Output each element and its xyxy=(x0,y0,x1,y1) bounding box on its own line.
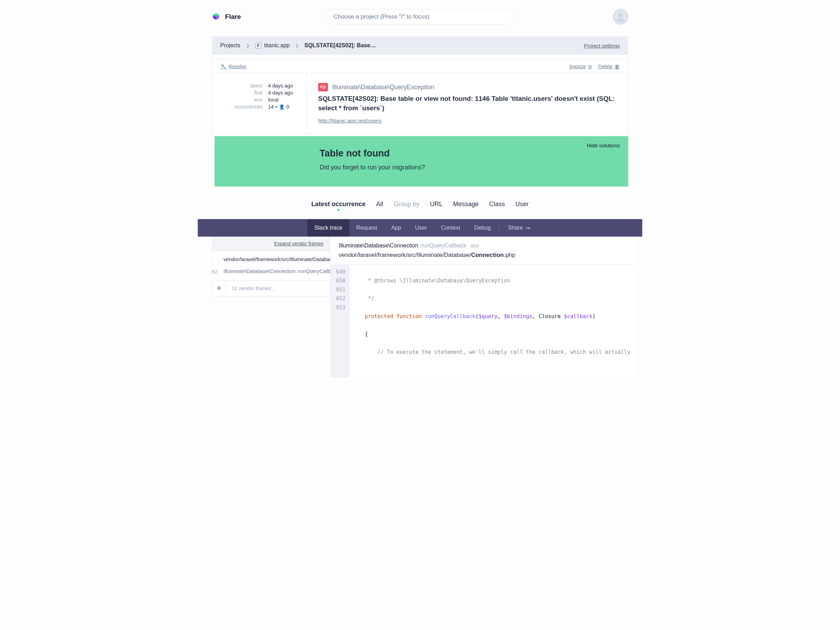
tab-all[interactable]: All xyxy=(376,201,383,211)
error-meta-panel: latest4 days ago first4 days ago envloca… xyxy=(212,73,307,134)
snooze-button[interactable]: Snooze ⊘ xyxy=(569,64,592,69)
tab-groupby-label: Group by xyxy=(393,201,419,211)
brand-name: Flare xyxy=(225,13,241,21)
expand-vendor-frames-button[interactable]: Expand vendor frames xyxy=(212,237,330,251)
code-gutter: 649 650 651 652 653 xyxy=(330,265,350,377)
solution-title: Table not found xyxy=(319,148,616,159)
breadcrumb-current: SQLSTATE[42S02]: Base… xyxy=(305,43,376,49)
code-path-ext: .php xyxy=(504,252,515,258)
hide-solutions-button[interactable]: Hide solutions xyxy=(587,142,620,148)
snooze-icon: ⊘ xyxy=(588,64,592,69)
trash-icon: 🗑 xyxy=(614,64,619,69)
solution-text: Did you forget to run your migrations? xyxy=(319,164,616,171)
project-name: titanic.app xyxy=(264,43,290,49)
code-header: Illuminate\Database\Connection::runQuery… xyxy=(330,237,636,265)
frame-path-pre: vendor/laravel/framework/src/Illuminate/… xyxy=(224,257,336,262)
tracenav-debug[interactable]: Debug xyxy=(467,219,498,237)
tab-message[interactable]: Message xyxy=(453,201,479,211)
error-card: 🔧 Resolve Snooze ⊘ Delete 🗑 latest4 days… xyxy=(212,60,628,134)
tab-user[interactable]: User xyxy=(516,201,529,211)
tab-class[interactable]: Class xyxy=(489,201,505,211)
share-icon: ↪ xyxy=(526,225,530,231)
frame-index: 62 xyxy=(212,251,218,280)
code-path-file: Connection xyxy=(471,252,504,258)
code-path-pre: vendor/laravel/framework/src/Illuminate/… xyxy=(339,252,471,258)
project-search-input[interactable] xyxy=(325,9,515,25)
frame-class: Illuminate\Database\Connection xyxy=(224,268,296,274)
exception-class: Illuminate\Database\QueryException xyxy=(332,84,434,91)
chevron-right-icon: ❯ xyxy=(246,43,249,48)
svg-point-0 xyxy=(619,13,623,17)
meta-latest-value: 4 days ago xyxy=(268,83,297,88)
vendor-frames-collapsed[interactable]: ✚ 11 vendor frames… xyxy=(212,280,330,296)
tracenav-request[interactable]: Request xyxy=(349,219,384,237)
code-body: 649 650 651 652 653 * @throws \Illuminat… xyxy=(330,265,636,377)
meta-occ-count: 14 xyxy=(268,104,274,109)
error-message: SQLSTATE[42S02]: Base table or view not … xyxy=(318,94,617,113)
project-initial-badge: F xyxy=(255,43,261,49)
brand-logo[interactable]: Flare xyxy=(212,12,241,22)
expand-icon: ✚ xyxy=(212,281,226,296)
user-icon: 👤 xyxy=(279,104,284,109)
tracenav-share[interactable]: Share ↪ xyxy=(501,219,537,237)
trace-nav: Stack trace Request App User Context Deb… xyxy=(198,219,642,237)
tracenav-stack-trace[interactable]: Stack trace xyxy=(307,219,349,237)
breadcrumb: Projects ❯ F titanic.app ❯ SQLSTATE[42S0… xyxy=(220,43,376,49)
flare-logo-icon xyxy=(212,12,221,22)
nav-separator xyxy=(499,222,499,234)
project-settings-link[interactable]: Project settings xyxy=(584,43,620,49)
code-line: :664 xyxy=(470,243,478,248)
chevron-right-icon: ❯ xyxy=(295,43,299,48)
breadcrumb-projects[interactable]: Projects xyxy=(220,43,240,49)
meta-first-value: 4 days ago xyxy=(268,90,297,96)
stack-trace-panel: Expand vendor frames 62 vendor/laravel/f… xyxy=(198,237,642,377)
meta-occ-users: 0 xyxy=(286,104,289,109)
meta-env-value: local xyxy=(268,97,297,103)
breadcrumb-bar: Projects ❯ F titanic.app ❯ SQLSTATE[42S0… xyxy=(212,36,628,55)
laravel-badge-icon xyxy=(318,83,328,92)
meta-occ-label: occurrences xyxy=(227,104,262,109)
tab-url[interactable]: URL xyxy=(430,201,443,211)
occurrence-tabs: Latest occurrence All Group by URL Messa… xyxy=(212,201,628,211)
meta-env-label: env xyxy=(227,97,262,103)
breadcrumb-project[interactable]: F titanic.app xyxy=(255,43,290,49)
code-method: ::runQueryCallback xyxy=(418,243,466,248)
stack-frame[interactable]: 62 vendor/laravel/framework/src/Illumina… xyxy=(212,251,330,297)
code-lines: * @throws \Illuminate\Database\QueryExce… xyxy=(350,265,636,377)
error-url-link[interactable]: http://titanic.app.test/users xyxy=(318,118,382,123)
tracenav-app[interactable]: App xyxy=(384,219,408,237)
code-class: Illuminate\Database\Connection xyxy=(339,243,418,248)
solution-panel: Hide solutions Table not found Did you f… xyxy=(215,136,628,186)
meta-first-label: first xyxy=(227,90,262,96)
tracenav-context[interactable]: Context xyxy=(434,219,467,237)
wrench-icon: 🔧 xyxy=(221,64,226,69)
resolve-button[interactable]: 🔧 Resolve xyxy=(221,64,246,69)
tracenav-user[interactable]: User xyxy=(408,219,434,237)
delete-button[interactable]: Delete 🗑 xyxy=(598,64,619,69)
meta-latest-label: latest xyxy=(227,83,262,88)
tab-latest-occurrence[interactable]: Latest occurrence xyxy=(311,201,365,211)
user-avatar[interactable] xyxy=(613,9,628,25)
vendor-frames-count: 11 vendor frames… xyxy=(226,281,282,295)
